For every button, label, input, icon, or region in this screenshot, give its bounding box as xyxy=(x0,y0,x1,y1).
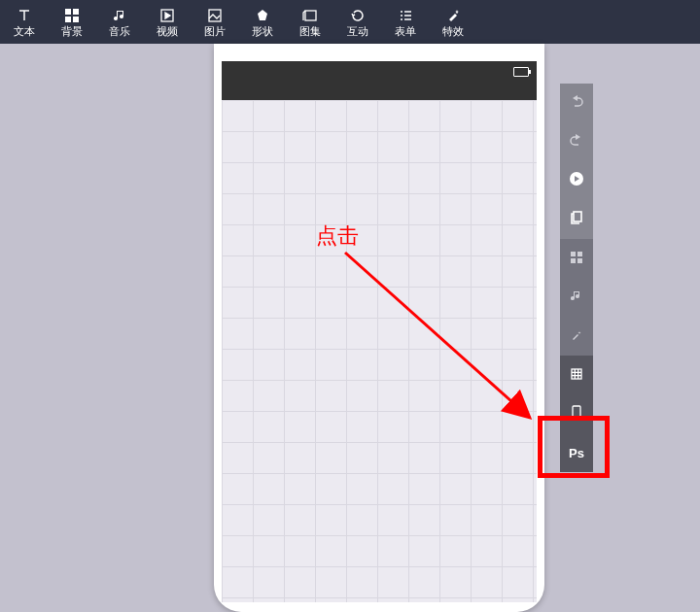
side-toolbar: Ps xyxy=(560,84,593,472)
image-icon xyxy=(206,7,224,24)
phone-speaker xyxy=(360,51,399,55)
toolbar-label: 文本 xyxy=(14,26,35,37)
toolbar-label: 图集 xyxy=(299,26,321,37)
pages-icon xyxy=(570,211,583,228)
svg-rect-10 xyxy=(578,252,582,256)
undo-icon xyxy=(569,93,584,113)
toolbar-item-image[interactable]: 图片 xyxy=(191,0,238,44)
battery-icon xyxy=(513,67,529,77)
toolbar-label: 背景 xyxy=(61,26,83,37)
svg-rect-11 xyxy=(571,258,576,263)
gallery-icon xyxy=(301,7,319,24)
toolbar-item-background[interactable]: 背景 xyxy=(48,0,95,44)
sparkle-icon xyxy=(571,327,582,345)
toolbar-item-shape[interactable]: 形状 xyxy=(238,0,286,44)
layout-grid-button[interactable] xyxy=(560,239,593,278)
grid-toggle-button[interactable] xyxy=(560,356,593,394)
toolbar-item-gallery[interactable]: 图集 xyxy=(286,0,333,44)
music-icon xyxy=(571,289,582,306)
effects-button[interactable] xyxy=(560,317,593,356)
effect-icon xyxy=(444,7,462,24)
shape-icon xyxy=(254,7,271,24)
svg-rect-12 xyxy=(578,258,582,263)
toolbar-label: 形状 xyxy=(252,26,273,37)
annotation-label: 点击 xyxy=(316,221,359,251)
phone-status-bar xyxy=(222,61,537,100)
toolbar-item-video[interactable]: 视频 xyxy=(143,0,191,44)
play-button[interactable] xyxy=(560,161,593,200)
svg-rect-2 xyxy=(65,17,71,22)
annotation-highlight-box xyxy=(538,416,610,478)
video-icon xyxy=(158,7,176,24)
music-icon xyxy=(111,7,128,24)
toolbar-label: 表单 xyxy=(395,26,416,37)
play-icon xyxy=(569,171,584,190)
svg-rect-3 xyxy=(73,17,79,22)
toolbar-item-text[interactable]: 文本 xyxy=(0,0,48,44)
svg-rect-6 xyxy=(305,11,316,20)
form-icon xyxy=(397,7,414,24)
interact-icon xyxy=(349,7,367,24)
svg-rect-13 xyxy=(572,369,581,379)
toolbar-label: 图片 xyxy=(204,26,226,37)
toolbar-label: 特效 xyxy=(442,26,464,37)
design-canvas[interactable] xyxy=(222,100,537,602)
toolbar-label: 音乐 xyxy=(109,26,130,37)
top-toolbar: 文本 背景 音乐 视频 图片 形状 图集 xyxy=(0,0,700,44)
background-icon xyxy=(63,7,81,24)
undo-button[interactable] xyxy=(560,84,593,122)
text-icon xyxy=(16,7,33,24)
grid4-icon xyxy=(571,250,582,267)
toolbar-item-form[interactable]: 表单 xyxy=(381,0,429,44)
toolbar-item-interact[interactable]: 互动 xyxy=(333,0,381,44)
toolbar-label: 互动 xyxy=(347,26,368,37)
svg-rect-0 xyxy=(65,9,71,15)
svg-rect-8 xyxy=(574,212,581,221)
phone-frame xyxy=(214,44,544,612)
toolbar-item-effect[interactable]: 特效 xyxy=(429,0,476,44)
redo-icon xyxy=(569,132,584,152)
grid-icon xyxy=(571,366,582,384)
svg-rect-1 xyxy=(73,9,79,15)
pages-button[interactable] xyxy=(560,200,593,239)
toolbar-label: 视频 xyxy=(157,26,178,37)
redo-button[interactable] xyxy=(560,122,593,161)
svg-rect-9 xyxy=(571,252,576,256)
music-button[interactable] xyxy=(560,278,593,317)
toolbar-item-music[interactable]: 音乐 xyxy=(95,0,143,44)
